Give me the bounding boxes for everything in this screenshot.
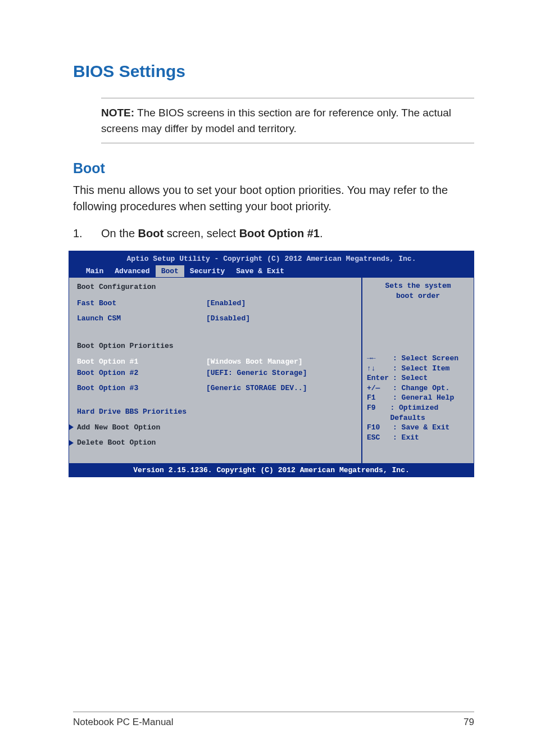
value-boot-option-2: [UEFI: Generic Storage] — [206, 368, 307, 378]
step-post: . — [320, 227, 323, 239]
hint-key: F10 — [367, 423, 393, 433]
hint-f1: F1 : General Help — [367, 393, 469, 403]
step-pre: On the — [101, 227, 138, 239]
bios-left-pane: Boot Configuration Fast Boot [Enabled] L… — [69, 278, 361, 463]
bios-tab-main: Main — [80, 265, 109, 278]
bios-hints: →← : Select Screen ↑↓ : Select Item Ente… — [367, 354, 469, 442]
step-text: On the Boot screen, select Boot Option #… — [101, 225, 323, 242]
help-text-line2: boot order — [367, 291, 469, 301]
hint-val: : Optimized Defaults — [390, 403, 469, 423]
bios-footer: Version 2.15.1236. Copyright (C) 2012 Am… — [69, 464, 474, 478]
section-heading-boot: Boot — [73, 160, 474, 176]
bios-screenshot: Aptio Setup Utility - Copyright (C) 2012… — [69, 251, 474, 477]
value-fast-boot: [Enabled] — [206, 298, 246, 309]
hint-select-screen: →← : Select Screen — [367, 354, 469, 364]
step-bold-option: Boot Option #1 — [239, 227, 320, 239]
bios-tab-save-exit: Save & Exit — [230, 265, 290, 278]
hint-esc: ESC : Exit — [367, 433, 469, 443]
hint-select-item: ↑↓ : Select Item — [367, 364, 469, 374]
label-fast-boot: Fast Boot — [77, 298, 206, 309]
hint-val: : Exit — [393, 433, 419, 443]
footer-page-number: 79 — [464, 717, 474, 728]
note-label: NOTE: — [101, 107, 134, 119]
triangle-icon — [69, 424, 74, 430]
hint-key: ↑↓ — [367, 364, 393, 374]
bios-tabs: Main Advanced Boot Security Save & Exit — [69, 265, 474, 278]
step-number: 1. — [73, 225, 101, 242]
row-boot-option-1: Boot Option #1 [Windows Boot Manager] — [77, 356, 353, 368]
step-1: 1. On the Boot screen, select Boot Optio… — [73, 225, 474, 242]
hint-key: +/— — [367, 383, 393, 393]
label-launch-csm: Launch CSM — [77, 314, 206, 324]
triangle-icon — [69, 440, 74, 446]
step-mid: screen, select — [163, 227, 239, 239]
step-bold-boot: Boot — [138, 227, 164, 239]
hint-change-opt: +/— : Change Opt. — [367, 383, 469, 393]
row-launch-csm: Launch CSM [Disabled] — [77, 313, 353, 324]
hint-val: : Select — [393, 373, 428, 383]
hint-val: : Change Opt. — [393, 383, 449, 393]
page-title: BIOS Settings — [73, 62, 474, 81]
hint-key: →← — [367, 354, 393, 364]
bios-header: Aptio Setup Utility - Copyright (C) 2012… — [69, 251, 474, 278]
intro-paragraph: This menu allows you to set your boot op… — [73, 182, 474, 215]
hint-key: Enter — [367, 373, 393, 383]
row-boot-option-3: Boot Option #3 [Generic STORAGE DEV..] — [77, 383, 353, 394]
bios-header-title: Aptio Setup Utility - Copyright (C) 2012… — [69, 253, 474, 265]
label-boot-option-1: Boot Option #1 — [77, 357, 206, 367]
row-boot-option-2: Boot Option #2 [UEFI: Generic Storage] — [77, 368, 353, 379]
row-delete-boot: Delete Boot Option — [69, 437, 353, 449]
hint-enter: Enter : Select — [367, 373, 469, 383]
label-add-new-boot: Add New Boot Option — [77, 423, 160, 433]
label-boot-option-2: Boot Option #2 — [77, 368, 206, 378]
boot-configuration-title: Boot Configuration — [77, 281, 353, 293]
hint-val: : Save & Exit — [393, 423, 449, 433]
row-fast-boot: Fast Boot [Enabled] — [77, 298, 353, 309]
hint-f10: F10 : Save & Exit — [367, 423, 469, 433]
page-footer: Notebook PC E-Manual 79 — [73, 712, 474, 728]
value-launch-csm: [Disabled] — [206, 314, 250, 324]
value-boot-option-1: [Windows Boot Manager] — [206, 357, 303, 367]
hint-key: F9 — [367, 403, 390, 423]
label-delete-boot: Delete Boot Option — [77, 438, 156, 448]
note-text: The BIOS screens in this section are for… — [101, 107, 451, 134]
hint-f9: F9 : Optimized Defaults — [367, 403, 469, 423]
value-boot-option-3: [Generic STORAGE DEV..] — [206, 383, 307, 393]
hint-val: : General Help — [393, 393, 454, 403]
bios-body: Boot Configuration Fast Boot [Enabled] L… — [69, 278, 474, 463]
hint-val: : Select Item — [393, 364, 449, 374]
footer-left: Notebook PC E-Manual — [73, 717, 174, 728]
hint-key: ESC — [367, 433, 393, 443]
label-hdd-bbs: Hard Drive BBS Priorities — [77, 407, 206, 417]
hint-key: F1 — [367, 393, 393, 403]
bios-tab-boot: Boot — [156, 265, 184, 278]
bios-tab-advanced: Advanced — [109, 265, 155, 278]
bios-right-pane: Sets the system boot order →← : Select S… — [361, 278, 474, 463]
help-text-line1: Sets the system — [367, 281, 469, 291]
row-hdd-bbs: Hard Drive BBS Priorities — [77, 406, 353, 418]
label-boot-option-3: Boot Option #3 — [77, 383, 206, 393]
boot-priorities-title: Boot Option Priorities — [77, 340, 353, 352]
hint-val: : Select Screen — [393, 354, 458, 364]
bios-tab-security: Security — [184, 265, 230, 278]
row-add-new-boot: Add New Boot Option — [69, 422, 353, 433]
note-block: NOTE: The BIOS screens in this section a… — [101, 98, 474, 143]
